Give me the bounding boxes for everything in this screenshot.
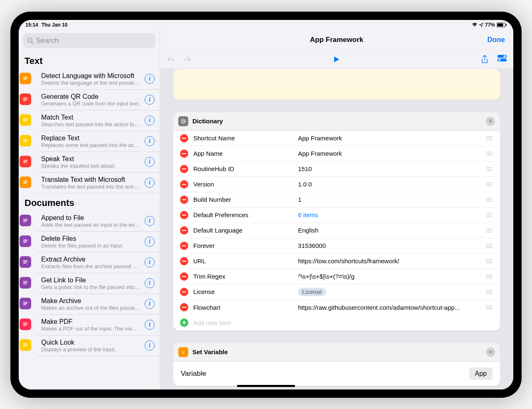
dictionary-row[interactable]: URLhttps://tow.com/shortcuts/framework/: [173, 254, 500, 269]
action-list-item[interactable]: Speak TextSpeaks the inputted text aloud…: [36, 152, 160, 173]
set-variable-action-card[interactable]: x Set Variable ✕ Variable App: [173, 343, 500, 386]
dict-key[interactable]: App Name: [193, 150, 293, 157]
home-indicator[interactable]: [237, 385, 295, 387]
reorder-handle[interactable]: [485, 198, 493, 202]
action-list-item[interactable]: Quick LookDisplays a preview of the inpu…: [36, 336, 160, 356]
reorder-handle[interactable]: [485, 213, 493, 217]
reorder-handle[interactable]: [485, 167, 493, 171]
add-dictionary-item[interactable]: Add new item: [173, 315, 500, 331]
dict-key[interactable]: Shortcut Name: [193, 135, 293, 142]
info-button[interactable]: i: [145, 257, 155, 267]
info-button[interactable]: i: [145, 74, 155, 84]
action-list-item[interactable]: Generate QR CodeGenerates a QR code from…: [36, 90, 160, 110]
plus-icon[interactable]: [180, 318, 188, 327]
dict-value[interactable]: https://raw.githubusercontent.com/adamto…: [298, 304, 480, 311]
variable-value[interactable]: App: [469, 367, 493, 380]
share-button[interactable]: [481, 55, 488, 64]
action-list-item[interactable]: Make ArchiveMakes an archive out of the …: [36, 294, 160, 315]
dict-value[interactable]: https://tow.com/shortcuts/framework/: [298, 257, 480, 265]
reorder-handle[interactable]: [485, 305, 493, 309]
dictionary-row[interactable]: LicenseLicense: [173, 284, 500, 300]
dict-key[interactable]: License: [193, 288, 293, 295]
dict-value[interactable]: 1: [298, 196, 480, 203]
search-input[interactable]: Search: [23, 33, 155, 48]
dictionary-row[interactable]: App NameApp Framework: [173, 146, 500, 162]
dict-key[interactable]: Default Language: [193, 227, 293, 234]
dict-value[interactable]: License: [298, 288, 480, 296]
info-button[interactable]: i: [145, 237, 155, 247]
dict-value[interactable]: English: [298, 227, 480, 234]
dict-key[interactable]: Version: [193, 181, 293, 188]
delete-row-button[interactable]: [180, 196, 188, 204]
reorder-handle[interactable]: [485, 182, 493, 186]
reorder-handle[interactable]: [485, 290, 493, 294]
dict-key[interactable]: RoutineHub ID: [193, 165, 293, 172]
reorder-handle[interactable]: [485, 136, 493, 140]
action-list-item[interactable]: Translate Text with MicrosoftTranslates …: [36, 173, 160, 193]
undo-button[interactable]: [167, 56, 175, 63]
done-button[interactable]: Done: [488, 36, 505, 44]
delete-row-button[interactable]: [180, 226, 188, 235]
dictionary-row[interactable]: Shortcut NameApp Framework: [173, 131, 500, 146]
action-list-item[interactable]: Get Link to FileGets a public link to th…: [36, 273, 160, 294]
dictionary-row[interactable]: RoutineHub ID1510: [173, 162, 500, 177]
dictionary-action-card[interactable]: Dictionary ✕ Shortcut NameApp FrameworkA…: [173, 112, 500, 331]
dict-key[interactable]: Forever: [193, 242, 293, 249]
delete-row-button[interactable]: [180, 134, 188, 142]
delete-row-button[interactable]: [180, 288, 188, 296]
dictionary-row[interactable]: Default Preferences6 items: [173, 208, 500, 223]
action-list-item[interactable]: Delete FilesDelete the files passed in a…: [36, 232, 160, 252]
dictionary-row[interactable]: Forever31536000: [173, 238, 500, 254]
dict-value[interactable]: 1.0.0: [298, 181, 480, 188]
info-button[interactable]: i: [145, 320, 155, 330]
reorder-handle[interactable]: [485, 228, 493, 233]
settings-toggle-button[interactable]: [498, 55, 507, 64]
action-list-item[interactable]: Detect Language with MicrosoftDetects th…: [36, 69, 160, 90]
action-list-item[interactable]: Replace TextReplaces some text passed in…: [36, 131, 160, 152]
delete-row-button[interactable]: [180, 257, 188, 265]
redo-button[interactable]: [183, 56, 192, 63]
delete-row-button[interactable]: [180, 149, 188, 158]
editor-canvas[interactable]: Dictionary ✕ Shortcut NameApp FrameworkA…: [160, 69, 513, 389]
dict-key[interactable]: Trim Regex: [193, 273, 293, 280]
action-list-item[interactable]: Extract ArchiveExtracts files from the a…: [36, 252, 160, 273]
dictionary-row[interactable]: Trim Regex^\s+|\s+$|\s+(?=\s)/g: [173, 269, 500, 284]
dict-value[interactable]: App Framework: [298, 150, 480, 157]
action-list-item[interactable]: Append to FileAdds the text passed as in…: [36, 211, 160, 232]
play-button[interactable]: [333, 56, 340, 63]
delete-row-button[interactable]: [180, 165, 188, 173]
dict-value[interactable]: 31536000: [298, 242, 480, 249]
action-list-item[interactable]: Make PDFMakes a PDF out of the input. Th…: [36, 315, 160, 336]
reorder-handle[interactable]: [485, 259, 493, 263]
dictionary-row[interactable]: Flowcharthttps://raw.githubusercontent.c…: [173, 300, 500, 315]
reorder-handle[interactable]: [485, 152, 493, 156]
dict-key[interactable]: Build Number: [193, 196, 293, 203]
close-action-button[interactable]: ✕: [486, 348, 495, 357]
delete-row-button[interactable]: [180, 242, 188, 250]
info-button[interactable]: i: [145, 178, 155, 188]
delete-row-button[interactable]: [180, 180, 188, 189]
dict-value[interactable]: 1510: [298, 165, 480, 172]
action-list-item[interactable]: Match TextSearches text passed into the …: [36, 110, 160, 131]
reorder-handle[interactable]: [485, 274, 493, 279]
dictionary-row[interactable]: Version1.0.0: [173, 177, 500, 192]
info-button[interactable]: i: [145, 299, 155, 309]
info-button[interactable]: i: [145, 95, 155, 105]
info-button[interactable]: i: [145, 136, 155, 146]
delete-row-button[interactable]: [180, 272, 188, 281]
dict-key[interactable]: Flowchart: [193, 304, 293, 311]
reorder-handle[interactable]: [485, 244, 493, 248]
close-action-button[interactable]: ✕: [486, 117, 495, 126]
info-button[interactable]: i: [145, 115, 155, 125]
dict-key[interactable]: URL: [193, 257, 293, 265]
dict-key[interactable]: Default Preferences: [193, 211, 293, 218]
info-button[interactable]: i: [145, 340, 155, 350]
info-button[interactable]: i: [145, 216, 155, 226]
delete-row-button[interactable]: [180, 211, 188, 219]
dictionary-row[interactable]: Build Number1: [173, 192, 500, 208]
previous-action-card[interactable]: [173, 69, 500, 100]
info-button[interactable]: i: [145, 157, 155, 167]
dict-value[interactable]: App Framework: [298, 135, 480, 142]
delete-row-button[interactable]: [180, 303, 188, 311]
info-button[interactable]: i: [145, 278, 155, 288]
